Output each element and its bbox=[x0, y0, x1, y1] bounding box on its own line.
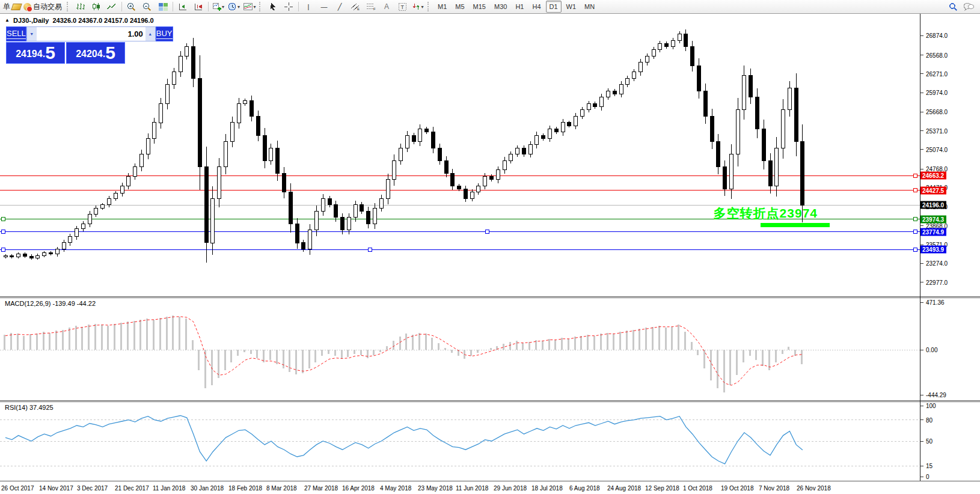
rsi-axis-label: 100 bbox=[926, 403, 936, 409]
tile-windows-button[interactable] bbox=[155, 1, 171, 13]
rsi-axis-label: 50 bbox=[926, 438, 933, 445]
horizontal-line-tool[interactable]: — bbox=[316, 1, 332, 13]
candlestick-chart-button[interactable] bbox=[88, 1, 104, 13]
price-axis-tick bbox=[920, 169, 923, 169]
date-label: 14 Nov 2017 bbox=[39, 485, 73, 492]
price-axis-label: 25074.0 bbox=[926, 146, 948, 153]
rsi-axis-tick bbox=[920, 477, 923, 477]
date-label: 30 Jan 2018 bbox=[191, 485, 224, 492]
bar-chart-button[interactable] bbox=[73, 1, 88, 13]
panel-separator[interactable] bbox=[0, 296, 980, 297]
macd-plot[interactable] bbox=[0, 297, 920, 400]
price-axis-tick bbox=[920, 282, 923, 282]
toolbar-grip bbox=[427, 2, 432, 11]
trendline-tool[interactable]: ╱ bbox=[332, 1, 348, 13]
search-icon[interactable] bbox=[945, 1, 961, 13]
price-level-label-resistance-1: 24663.2 bbox=[920, 172, 946, 180]
rsi-axis-tick bbox=[920, 441, 923, 442]
price-axis-tick bbox=[920, 93, 923, 93]
rsi-axis-label: 15 bbox=[926, 463, 933, 469]
macd-axis-tick bbox=[920, 395, 923, 395]
candles bbox=[4, 29, 804, 263]
price-axis-tick bbox=[920, 225, 923, 226]
price-axis-label: 25371.0 bbox=[926, 127, 948, 134]
rsi-axis-label: 0 bbox=[926, 474, 929, 480]
channel-tool[interactable]: E bbox=[348, 1, 363, 13]
toolbar-grip bbox=[67, 2, 71, 11]
price-axis-tick bbox=[920, 35, 923, 36]
periods-button[interactable]: ▾ bbox=[226, 1, 242, 13]
timeframe-h4[interactable]: H4 bbox=[528, 1, 544, 13]
date-label: 7 Nov 2018 bbox=[759, 485, 789, 492]
cursor-button[interactable] bbox=[265, 1, 281, 13]
timeframe-w1[interactable]: W1 bbox=[563, 1, 580, 13]
svg-text:E: E bbox=[357, 7, 360, 11]
zoom-out-button[interactable] bbox=[139, 1, 155, 13]
price-axis-label: 26874.0 bbox=[926, 32, 948, 39]
date-label: 6 Aug 2018 bbox=[569, 485, 600, 492]
indicators-button[interactable]: ▾ bbox=[210, 1, 226, 13]
macd-axis-label: 471.36 bbox=[926, 299, 945, 306]
date-label: 3 Dec 2017 bbox=[77, 485, 108, 492]
date-label: 26 Oct 2017 bbox=[1, 485, 34, 492]
dropdown-arrow-icon: ▾ bbox=[222, 4, 224, 10]
timeframe-m30[interactable]: M30 bbox=[491, 1, 510, 13]
price-level-label-pivot-green: 23974.3 bbox=[920, 215, 946, 223]
timeframe-h1[interactable]: H1 bbox=[512, 1, 527, 13]
dropdown-arrow-icon: ▾ bbox=[421, 4, 423, 10]
panel-separator[interactable] bbox=[0, 400, 980, 401]
auto-scroll-button[interactable] bbox=[175, 1, 191, 13]
fibonacci-tool[interactable]: F bbox=[363, 1, 379, 13]
chart-window: ▲ DJ30-,Daily 24326.0 24367.0 24157.0 24… bbox=[0, 14, 980, 494]
price-axis-label: 23274.0 bbox=[926, 260, 948, 267]
zoom-in-button[interactable] bbox=[124, 1, 139, 13]
mt4-terminal: 单 自动交易 ▾ ▾ ▾ | — ╱ E F A T ▾ M1M bbox=[0, 0, 980, 494]
date-label: 19 Oct 2018 bbox=[721, 485, 753, 492]
autotrade-label: 自动交易 bbox=[31, 2, 64, 12]
autotrade-icon bbox=[23, 3, 31, 11]
text-tool[interactable]: A bbox=[379, 1, 394, 13]
timeframe-d1[interactable]: D1 bbox=[546, 1, 562, 13]
date-label: 11 Jun 2018 bbox=[456, 485, 488, 492]
rsi-axis-tick bbox=[920, 419, 923, 420]
text-label-tool[interactable]: T bbox=[394, 1, 410, 13]
timeframe-m15[interactable]: M15 bbox=[470, 1, 489, 13]
templates-button[interactable]: ▾ bbox=[242, 1, 257, 13]
new-order-icon bbox=[11, 4, 22, 10]
price-axis-tick bbox=[920, 263, 923, 264]
rsi-axis-tick bbox=[920, 406, 923, 406]
date-label: 11 Jan 2018 bbox=[153, 485, 185, 492]
line-chart-button[interactable] bbox=[104, 1, 120, 13]
arrows-tool[interactable]: ▾ bbox=[410, 1, 426, 13]
rsi-plot[interactable] bbox=[0, 401, 920, 481]
price-level-label-current-price: 24196.0 bbox=[920, 201, 946, 209]
timeframe-m1[interactable]: M1 bbox=[434, 1, 450, 13]
date-label: 8 Mar 2018 bbox=[266, 485, 297, 492]
panel-separator bbox=[0, 297, 980, 298]
price-axis-tick bbox=[920, 55, 923, 55]
date-label: 18 Jul 2018 bbox=[531, 485, 563, 492]
autotrade-button[interactable]: 自动交易 bbox=[22, 1, 65, 13]
price-axis-label: 25974.0 bbox=[926, 90, 948, 96]
date-label: 26 Nov 2018 bbox=[797, 485, 831, 492]
timeframe-m5[interactable]: M5 bbox=[452, 1, 468, 13]
svg-text:T: T bbox=[401, 4, 405, 10]
macd-axis-label: -444.29 bbox=[926, 392, 946, 398]
candlestick-plot[interactable] bbox=[0, 14, 920, 296]
price-axis-tick bbox=[920, 73, 923, 74]
crosshair-button[interactable] bbox=[281, 1, 296, 13]
chart-shift-button[interactable] bbox=[191, 1, 206, 13]
price-axis-tick bbox=[920, 245, 923, 245]
toolbar-separator bbox=[121, 2, 122, 11]
price-axis-label: 25668.0 bbox=[926, 109, 948, 115]
vertical-line-tool[interactable]: | bbox=[301, 1, 316, 13]
chat-icon[interactable] bbox=[961, 1, 976, 13]
toolbar-separator bbox=[298, 2, 299, 11]
new-order-button[interactable]: 单 bbox=[0, 1, 22, 13]
toolbar-separator bbox=[173, 2, 173, 11]
macd-indicator-label: MACD(12,26,9) -139.49 -44.22 bbox=[5, 300, 96, 307]
date-label: 21 Dec 2017 bbox=[115, 485, 149, 492]
pivot-annotation-text[interactable]: 多空转折点23974 bbox=[679, 205, 818, 222]
timeframe-mn[interactable]: MN bbox=[581, 1, 598, 13]
date-label: 18 Feb 2018 bbox=[228, 485, 262, 492]
